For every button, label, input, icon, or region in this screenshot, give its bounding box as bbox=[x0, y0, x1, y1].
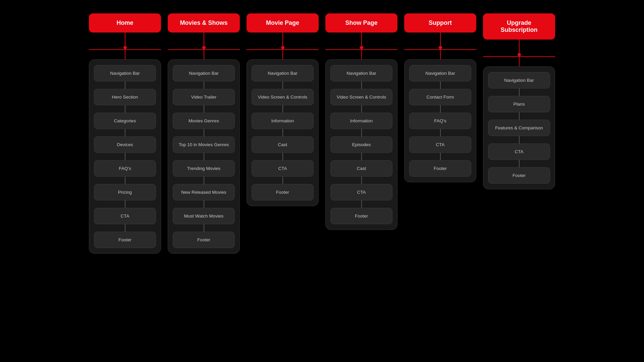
card-item-upgrade-2[interactable]: Features & Comparison bbox=[488, 120, 550, 136]
card-item-home-2[interactable]: Categories bbox=[94, 113, 156, 129]
top-button-movies-shows[interactable]: Movies & Shows bbox=[168, 13, 240, 33]
card-item-show-page-0[interactable]: Navigation Bar bbox=[330, 65, 392, 81]
column-movies-shows: Movies & ShowsNavigation BarVideo Traile… bbox=[168, 13, 240, 254]
card-connector-upgrade-1 bbox=[519, 112, 520, 120]
connector-top-upgrade bbox=[519, 40, 520, 56]
card-item-movies-shows-4[interactable]: Trending Movies bbox=[173, 160, 235, 177]
h-connector-show-page bbox=[325, 49, 397, 59]
card-item-upgrade-3[interactable]: CTA bbox=[488, 143, 550, 160]
card-item-upgrade-0[interactable]: Navigation Bar bbox=[488, 72, 550, 88]
card-connector-home-2 bbox=[125, 129, 125, 136]
card-item-movie-page-1[interactable]: Video Screen & Controls bbox=[252, 89, 314, 105]
card-item-home-7[interactable]: Footer bbox=[94, 232, 156, 248]
column-upgrade: Upgrade SubscriptionNavigation BarPlansF… bbox=[483, 13, 555, 189]
card-connector-movies-shows-1 bbox=[204, 105, 204, 113]
card-item-movie-page-0[interactable]: Navigation Bar bbox=[252, 65, 314, 81]
card-item-support-3[interactable]: CTA bbox=[409, 136, 471, 153]
card-connector-movie-page-2 bbox=[282, 129, 283, 136]
card-container-home: Navigation BarHero SectionCategoriesDevi… bbox=[89, 59, 161, 254]
card-item-show-page-1[interactable]: Video Screen & Controls bbox=[330, 89, 392, 105]
connector-top-movie-page bbox=[282, 33, 283, 49]
column-show-page: Show PageNavigation BarVideo Screen & Co… bbox=[325, 13, 397, 230]
card-connector-movie-page-4 bbox=[282, 177, 283, 184]
card-connector-home-3 bbox=[125, 153, 125, 160]
card-item-home-3[interactable]: Devices bbox=[94, 136, 156, 153]
top-button-movie-page[interactable]: Movie Page bbox=[247, 13, 319, 33]
card-item-support-0[interactable]: Navigation Bar bbox=[409, 65, 471, 81]
card-connector-home-1 bbox=[125, 105, 125, 113]
card-container-support: Navigation BarContact FormFAQ'sCTAFooter bbox=[404, 59, 476, 182]
card-item-show-page-5[interactable]: CTA bbox=[330, 184, 392, 200]
card-item-movie-page-2[interactable]: Information bbox=[252, 113, 314, 129]
card-connector-movies-shows-3 bbox=[204, 153, 204, 160]
card-item-upgrade-4[interactable]: Footer bbox=[488, 167, 550, 184]
card-connector-support-3 bbox=[440, 153, 441, 160]
card-item-home-4[interactable]: FAQ's bbox=[94, 160, 156, 177]
card-item-home-5[interactable]: Pricing bbox=[94, 184, 156, 200]
card-connector-upgrade-3 bbox=[519, 160, 520, 167]
card-item-movies-shows-0[interactable]: Navigation Bar bbox=[173, 65, 235, 81]
card-connector-support-2 bbox=[440, 129, 441, 136]
card-connector-show-page-0 bbox=[361, 81, 362, 89]
card-connector-movies-shows-6 bbox=[204, 224, 204, 232]
card-item-movies-shows-6[interactable]: Must Watch Movies bbox=[173, 208, 235, 224]
main-container: HomeNavigation BarHero SectionCategories… bbox=[0, 0, 644, 267]
card-container-movies-shows: Navigation BarVideo TrailerMovies Genres… bbox=[168, 59, 240, 254]
h-connector-movie-page bbox=[247, 49, 319, 59]
h-connector-movies-shows bbox=[168, 49, 240, 59]
connector-top-support bbox=[440, 33, 441, 49]
column-movie-page: Movie PageNavigation BarVideo Screen & C… bbox=[247, 13, 319, 206]
card-item-movies-shows-2[interactable]: Movies Genres bbox=[173, 113, 235, 129]
connector-top-home bbox=[125, 33, 125, 49]
card-connector-support-0 bbox=[440, 81, 441, 89]
card-item-movies-shows-1[interactable]: Video Trailer bbox=[173, 89, 235, 105]
card-connector-show-page-1 bbox=[361, 105, 362, 113]
card-connector-upgrade-2 bbox=[519, 136, 520, 143]
card-connector-movie-page-3 bbox=[282, 153, 283, 160]
card-item-movie-page-4[interactable]: CTA bbox=[252, 160, 314, 177]
top-button-upgrade[interactable]: Upgrade Subscription bbox=[483, 13, 555, 40]
top-button-support[interactable]: Support bbox=[404, 13, 476, 33]
card-connector-show-page-3 bbox=[361, 153, 362, 160]
card-connector-home-4 bbox=[125, 177, 125, 184]
card-connector-show-page-5 bbox=[361, 200, 362, 208]
card-connector-home-0 bbox=[125, 81, 125, 89]
card-container-upgrade: Navigation BarPlansFeatures & Comparison… bbox=[483, 66, 555, 189]
card-connector-movies-shows-2 bbox=[204, 129, 204, 136]
card-container-show-page: Navigation BarVideo Screen & ControlsInf… bbox=[325, 59, 397, 230]
card-item-movie-page-3[interactable]: Cast bbox=[252, 136, 314, 153]
card-connector-support-1 bbox=[440, 105, 441, 113]
column-support: SupportNavigation BarContact FormFAQ'sCT… bbox=[404, 13, 476, 182]
card-connector-movies-shows-4 bbox=[204, 177, 204, 184]
card-connector-home-6 bbox=[125, 224, 125, 232]
h-connector-support bbox=[404, 49, 476, 59]
card-connector-movies-shows-5 bbox=[204, 200, 204, 208]
top-button-home[interactable]: Home bbox=[89, 13, 161, 33]
card-item-show-page-3[interactable]: Episodes bbox=[330, 136, 392, 153]
card-item-movies-shows-3[interactable]: Top 10 in Movies Genres bbox=[173, 136, 235, 153]
card-item-show-page-6[interactable]: Footer bbox=[330, 208, 392, 224]
card-container-movie-page: Navigation BarVideo Screen & ControlsInf… bbox=[247, 59, 319, 206]
card-item-show-page-2[interactable]: Information bbox=[330, 113, 392, 129]
card-connector-show-page-4 bbox=[361, 177, 362, 184]
card-item-show-page-4[interactable]: Cast bbox=[330, 160, 392, 177]
card-item-movies-shows-5[interactable]: New Released Movies bbox=[173, 184, 235, 200]
card-item-home-0[interactable]: Navigation Bar bbox=[94, 65, 156, 81]
card-item-home-1[interactable]: Hero Section bbox=[94, 89, 156, 105]
card-connector-upgrade-0 bbox=[519, 88, 520, 96]
connector-top-show-page bbox=[361, 33, 362, 49]
card-connector-home-5 bbox=[125, 200, 125, 208]
card-item-home-6[interactable]: CTA bbox=[94, 208, 156, 224]
column-home: HomeNavigation BarHero SectionCategories… bbox=[89, 13, 161, 254]
card-item-upgrade-1[interactable]: Plans bbox=[488, 96, 550, 112]
card-item-support-4[interactable]: Footer bbox=[409, 160, 471, 177]
h-connector-home bbox=[89, 49, 161, 59]
card-item-movies-shows-7[interactable]: Footer bbox=[173, 232, 235, 248]
card-item-movie-page-5[interactable]: Footer bbox=[252, 184, 314, 200]
card-item-support-2[interactable]: FAQ's bbox=[409, 113, 471, 129]
card-connector-movies-shows-0 bbox=[204, 81, 204, 89]
card-connector-movie-page-0 bbox=[282, 81, 283, 89]
card-connector-show-page-2 bbox=[361, 129, 362, 136]
top-button-show-page[interactable]: Show Page bbox=[325, 13, 397, 33]
card-item-support-1[interactable]: Contact Form bbox=[409, 89, 471, 105]
